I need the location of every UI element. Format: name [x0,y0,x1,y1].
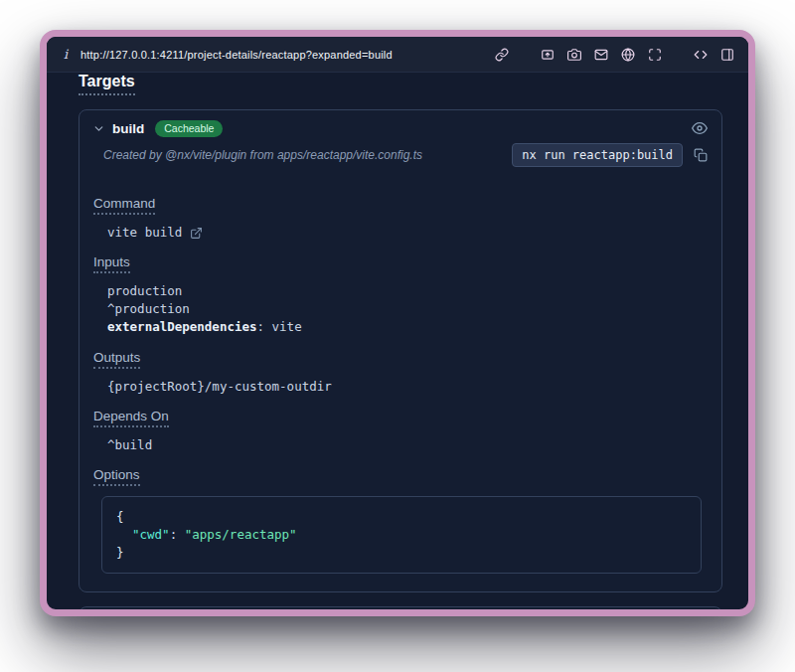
link-icon[interactable] [495,48,509,62]
camera-icon[interactable] [567,48,581,62]
external-link-icon[interactable] [190,227,203,240]
input-item: production [107,282,702,300]
input-item: externalDependencies: vite [107,318,702,336]
output-item: {projectRoot}/my-custom-outdir [107,378,702,396]
info-icon: i [61,47,71,62]
json-colon: : [170,527,185,542]
serve-target-header[interactable]: serve vite serve [80,607,721,609]
command-section: Command vite build [93,194,702,242]
external-dependencies-value: : vite [257,319,302,334]
serve-target-card: serve vite serve [79,606,722,609]
panel-icon[interactable] [720,48,734,62]
screen-share-icon[interactable] [541,48,555,62]
page-title: Targets [79,73,135,95]
depends-on-list: ^build [107,436,702,454]
depends-on-section: Depends On ^build [93,407,702,454]
copy-icon [694,148,708,162]
code-line: } [116,544,687,562]
command-label: Command [93,196,155,215]
external-dependencies-key: externalDependencies [107,319,257,334]
command-value-row: vite build [107,224,702,242]
project-details-page: Targets build Cacheable Created by @nx/v… [47,73,748,609]
mail-icon[interactable] [594,48,608,62]
options-code-block: { "cwd": "apps/reactapp" } [101,496,702,574]
target-name: build [112,121,144,136]
run-command-chip[interactable]: nx run reactapp:build [512,143,683,167]
eye-button[interactable] [690,118,710,138]
command-value: vite build [107,224,182,242]
titlebar-icons [495,48,734,62]
inputs-section: Inputs production ^production externalDe… [93,252,702,336]
outputs-list: {projectRoot}/my-custom-outdir [107,378,702,396]
build-target-header[interactable]: build Cacheable [80,110,721,141]
eye-icon [692,120,708,136]
build-target-body: Command vite build Inputs production ^pr… [80,177,721,591]
globe-icon[interactable] [621,48,635,62]
options-section: Options { "cwd": "apps/reactapp" } [93,465,702,574]
build-target-card: build Cacheable Created by @nx/vite/plug… [79,109,722,592]
browser-titlebar: i http://127.0.0.1:4211/project-details/… [47,37,748,73]
code-icon[interactable] [694,48,708,62]
options-label: Options [93,467,140,486]
browser-window: i http://127.0.0.1:4211/project-details/… [40,30,755,616]
depends-on-item: ^build [107,436,702,454]
json-string-value: "apps/reactapp" [185,527,297,542]
fullscreen-icon[interactable] [648,48,662,62]
outputs-label: Outputs [93,350,140,369]
code-line: { [116,508,687,526]
input-item: ^production [107,300,702,318]
copy-button[interactable] [692,146,710,164]
cacheable-badge: Cacheable [155,120,223,137]
inputs-list: production ^production externalDependenc… [107,282,702,336]
chevron-down-icon[interactable] [92,122,105,135]
code-line: "cwd": "apps/reactapp" [116,526,687,544]
inputs-label: Inputs [93,254,130,273]
url-text[interactable]: http://127.0.0.1:4211/project-details/re… [80,49,393,61]
created-by-text: Created by @nx/vite/plugin from apps/rea… [103,148,503,162]
outputs-section: Outputs {projectRoot}/my-custom-outdir [93,348,702,396]
json-key: "cwd" [132,527,170,542]
depends-on-label: Depends On [93,409,169,427]
build-target-subheader: Created by @nx/vite/plugin from apps/rea… [80,141,721,177]
